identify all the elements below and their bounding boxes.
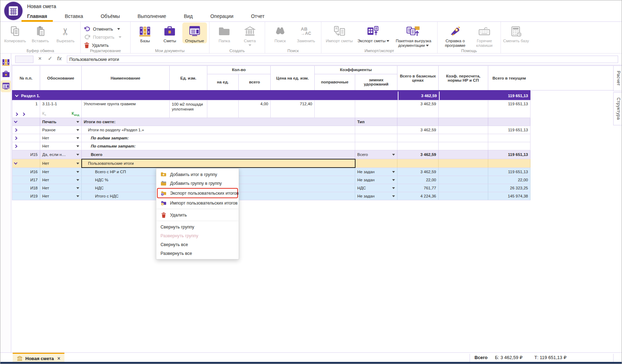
tab-calculation[interactable]: Расчет xyxy=(613,65,622,91)
print-dropdown-icon[interactable] xyxy=(76,145,79,147)
total-row-i16[interactable]: И16 Нет Всего с НР и СП Не задан 3 462,5… xyxy=(12,168,530,176)
print-dropdown-icon[interactable] xyxy=(76,129,79,131)
section-totals-row[interactable]: Разное Итоги по разделу «Раздел 1.» 3 46… xyxy=(12,126,530,134)
print-mode-value[interactable]: Нет xyxy=(42,144,49,148)
fx-icon: fx xyxy=(57,55,62,61)
collapse-group-icon[interactable] xyxy=(14,161,18,165)
row-total-current: 22,00 xyxy=(488,176,530,184)
type-dropdown-icon[interactable] xyxy=(392,187,395,189)
menu-item-collapse-all[interactable]: Свернуть все xyxy=(156,240,239,249)
tab-home[interactable]: Главная xyxy=(27,13,47,19)
total-row-i15[interactable]: И15 Да, если н… Всего Всего 3 462,59 119… xyxy=(12,150,530,159)
bases-button[interactable]: Базы xyxy=(133,23,157,43)
total-row-i19[interactable]: И19 Нет Итого с НДС Не задан 4 224,36 14… xyxy=(12,192,530,200)
type-value[interactable]: НДС xyxy=(357,186,366,190)
sidebar-bases-button[interactable] xyxy=(0,56,11,68)
menu-item-delete[interactable]: Удалить xyxy=(156,211,239,219)
kind-coefficient[interactable]: Кинд xyxy=(71,111,79,117)
type-value[interactable]: Всего xyxy=(357,152,368,157)
delete-button[interactable]: Удалить xyxy=(83,42,128,49)
menu-item-add-total[interactable]: Добавить итог в группу xyxy=(156,170,239,179)
help-about-button[interactable]: Справка о программе xyxy=(440,23,471,48)
context-menu: Добавить итог в группу Добавить группу в… xyxy=(156,168,239,259)
print-dropdown-icon[interactable] xyxy=(76,137,79,139)
export-estimate-button[interactable]: Экспорт сметы xyxy=(355,23,392,43)
print-mode-value[interactable]: Нет xyxy=(42,186,49,190)
print-mode-value[interactable]: Нет xyxy=(42,170,49,174)
print-mode-value[interactable]: Нет xyxy=(42,194,49,198)
by-cost-types-row[interactable]: Нет По видам затрат: xyxy=(12,134,530,142)
kp-coefficient[interactable]: Кп xyxy=(42,111,46,117)
print-mode-value[interactable]: Разное xyxy=(42,128,56,132)
print-dropdown-icon[interactable] xyxy=(76,195,79,197)
ribbon-group-create: Папка Смета Создать xyxy=(209,22,265,53)
tab-view[interactable]: Вид xyxy=(184,13,193,19)
item-expand-icon-1[interactable] xyxy=(15,113,18,116)
by-cost-items-row[interactable]: Нет По статьям затрат: xyxy=(12,142,530,150)
batch-export-dropdown-icon[interactable] xyxy=(426,45,429,46)
type-dropdown-icon[interactable] xyxy=(392,154,395,156)
print-dropdown-icon[interactable] xyxy=(76,121,79,123)
bases-icon xyxy=(139,24,151,39)
tab-execution[interactable]: Выполнение xyxy=(138,13,166,19)
expand-icon[interactable] xyxy=(14,128,18,132)
calculator-refresh-icon xyxy=(511,24,521,39)
menu-item-expand-group: Развернуть группу xyxy=(156,231,239,240)
opened-button[interactable]: Открытые xyxy=(182,23,207,43)
type-value[interactable]: Не задан xyxy=(357,194,375,198)
print-dropdown-icon[interactable] xyxy=(76,179,79,181)
total-row-i17[interactable]: И17 Нет НДС % Не задан 22,00 22,00 xyxy=(12,176,530,184)
estimates-button[interactable]: Сметы xyxy=(157,23,182,43)
type-value[interactable]: Не задан xyxy=(357,170,375,174)
undo-dropdown-icon[interactable] xyxy=(117,28,120,30)
formula-input[interactable]: Пользовательские итоги xyxy=(67,56,618,63)
menu-item-expand-all[interactable]: Развернуть все xyxy=(156,249,239,258)
tab-insert[interactable]: Вставка xyxy=(65,13,83,19)
tab-operations[interactable]: Операции xyxy=(210,13,233,19)
user-totals-row-selected[interactable]: Нет Пользовательские итоги xyxy=(12,159,530,168)
expand-icon[interactable] xyxy=(14,144,18,148)
selected-cell-user-totals[interactable]: Пользовательские итоги xyxy=(82,159,355,168)
type-dropdown-icon[interactable] xyxy=(392,195,395,197)
collapse-section-icon[interactable] xyxy=(15,94,19,97)
menu-item-import-user-totals[interactable]: Импорт пользовательских итогов xyxy=(156,199,239,207)
sidebar-opened-button[interactable] xyxy=(1,80,11,92)
undo-button[interactable]: Отменить xyxy=(83,25,128,33)
batch-export-button[interactable]: Пакетная выгрузка документации xyxy=(392,23,435,48)
tab-volumes[interactable]: Объёмы xyxy=(101,13,120,19)
col-header-qty-group: Кол-во на ед. всего xyxy=(207,66,271,90)
document-tab[interactable]: Новая смета × xyxy=(13,353,64,363)
print-dropdown-icon[interactable] xyxy=(76,163,79,164)
status-current-total: Т: 119 651,13 ₽ xyxy=(534,355,566,360)
tab-structure[interactable]: Структура xyxy=(613,92,622,125)
type-dropdown-icon[interactable] xyxy=(392,179,395,181)
close-tab-icon[interactable]: × xyxy=(57,356,60,361)
formula-apply-icon[interactable]: ✓ xyxy=(48,55,52,62)
print-mode-value[interactable]: Нет xyxy=(42,136,49,140)
item-row[interactable]: 1 3.11-1-1 Кп Кинд Уплотнение грунта гра… xyxy=(12,100,530,118)
print-mode-value[interactable]: Нет xyxy=(42,178,49,182)
print-mode-value[interactable]: Да, если н… xyxy=(42,152,66,157)
total-row-i18[interactable]: И18 Нет НДС НДС 761,77 26 323,25 xyxy=(12,184,530,192)
print-dropdown-icon[interactable] xyxy=(76,171,79,173)
print-dropdown-icon[interactable] xyxy=(76,187,79,189)
expand-icon[interactable] xyxy=(14,136,18,140)
print-dropdown-icon[interactable] xyxy=(76,154,79,156)
item-expand-icon-2[interactable] xyxy=(22,113,25,116)
type-value[interactable]: Не задан xyxy=(357,178,375,182)
print-mode-value[interactable]: Печать xyxy=(42,120,56,124)
menu-item-export-user-totals[interactable]: Экспорт пользовательских итогов xyxy=(158,189,237,197)
collapse-totals-icon[interactable] xyxy=(14,120,18,123)
print-mode-value[interactable]: Нет xyxy=(42,161,49,165)
export-estimate-dropdown-icon[interactable] xyxy=(387,40,389,42)
totals-summary-row[interactable]: Печать Итоги по смете: Тип xyxy=(12,118,530,126)
tab-report[interactable]: Отчет xyxy=(251,13,264,19)
sidebar-estimates-button[interactable] xyxy=(0,68,11,80)
menu-item-collapse-group[interactable]: Свернуть группу xyxy=(156,222,239,231)
section-row[interactable]: Раздел 1. 3 462,59 119 651,13 xyxy=(12,92,530,100)
cell-reference-box[interactable] xyxy=(15,56,33,63)
formula-cancel-icon[interactable]: × xyxy=(38,55,42,61)
app-logo-icon[interactable] xyxy=(4,2,23,20)
type-dropdown-icon[interactable] xyxy=(392,171,395,173)
menu-item-add-group[interactable]: Добавить группу в группу xyxy=(156,179,239,188)
